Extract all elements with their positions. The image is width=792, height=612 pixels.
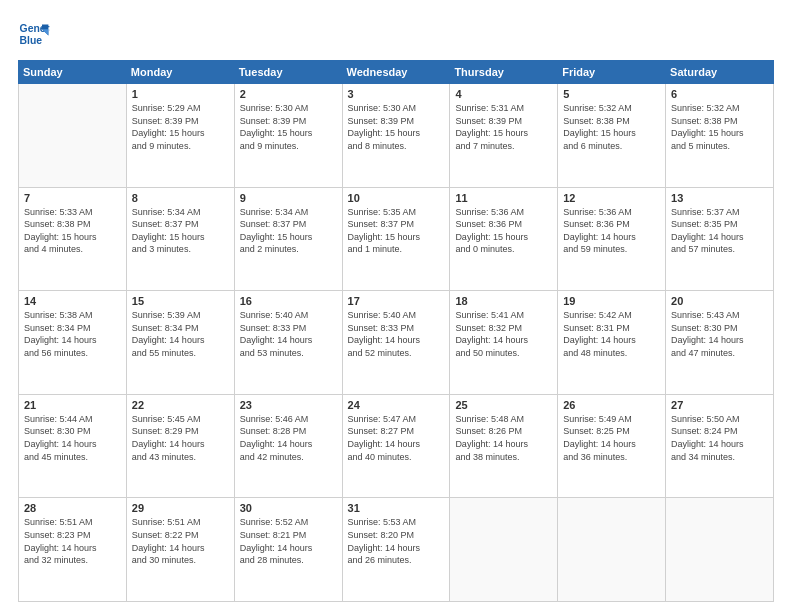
calendar-header-row: SundayMondayTuesdayWednesdayThursdayFrid… [19, 61, 774, 84]
calendar-cell: 30Sunrise: 5:52 AM Sunset: 8:21 PM Dayli… [234, 498, 342, 602]
calendar-cell: 8Sunrise: 5:34 AM Sunset: 8:37 PM Daylig… [126, 187, 234, 291]
day-info: Sunrise: 5:43 AM Sunset: 8:30 PM Dayligh… [671, 309, 768, 359]
day-number: 26 [563, 399, 660, 411]
header-wednesday: Wednesday [342, 61, 450, 84]
day-info: Sunrise: 5:50 AM Sunset: 8:24 PM Dayligh… [671, 413, 768, 463]
logo: General Blue [18, 18, 50, 50]
calendar-cell: 25Sunrise: 5:48 AM Sunset: 8:26 PM Dayli… [450, 394, 558, 498]
calendar-cell: 7Sunrise: 5:33 AM Sunset: 8:38 PM Daylig… [19, 187, 127, 291]
day-number: 5 [563, 88, 660, 100]
day-info: Sunrise: 5:46 AM Sunset: 8:28 PM Dayligh… [240, 413, 337, 463]
calendar-cell: 18Sunrise: 5:41 AM Sunset: 8:32 PM Dayli… [450, 291, 558, 395]
calendar-cell: 13Sunrise: 5:37 AM Sunset: 8:35 PM Dayli… [666, 187, 774, 291]
day-info: Sunrise: 5:45 AM Sunset: 8:29 PM Dayligh… [132, 413, 229, 463]
day-info: Sunrise: 5:41 AM Sunset: 8:32 PM Dayligh… [455, 309, 552, 359]
calendar-cell: 20Sunrise: 5:43 AM Sunset: 8:30 PM Dayli… [666, 291, 774, 395]
day-info: Sunrise: 5:49 AM Sunset: 8:25 PM Dayligh… [563, 413, 660, 463]
calendar-cell: 27Sunrise: 5:50 AM Sunset: 8:24 PM Dayli… [666, 394, 774, 498]
day-number: 19 [563, 295, 660, 307]
calendar-cell: 1Sunrise: 5:29 AM Sunset: 8:39 PM Daylig… [126, 84, 234, 188]
calendar-week-1: 1Sunrise: 5:29 AM Sunset: 8:39 PM Daylig… [19, 84, 774, 188]
calendar-cell: 6Sunrise: 5:32 AM Sunset: 8:38 PM Daylig… [666, 84, 774, 188]
day-info: Sunrise: 5:51 AM Sunset: 8:23 PM Dayligh… [24, 516, 121, 566]
page-header: General Blue [18, 18, 774, 50]
day-info: Sunrise: 5:34 AM Sunset: 8:37 PM Dayligh… [132, 206, 229, 256]
calendar-cell: 10Sunrise: 5:35 AM Sunset: 8:37 PM Dayli… [342, 187, 450, 291]
day-number: 28 [24, 502, 121, 514]
calendar-cell: 3Sunrise: 5:30 AM Sunset: 8:39 PM Daylig… [342, 84, 450, 188]
header-friday: Friday [558, 61, 666, 84]
calendar-cell: 19Sunrise: 5:42 AM Sunset: 8:31 PM Dayli… [558, 291, 666, 395]
day-number: 8 [132, 192, 229, 204]
calendar-table: SundayMondayTuesdayWednesdayThursdayFrid… [18, 60, 774, 602]
day-number: 24 [348, 399, 445, 411]
day-info: Sunrise: 5:42 AM Sunset: 8:31 PM Dayligh… [563, 309, 660, 359]
calendar-cell: 9Sunrise: 5:34 AM Sunset: 8:37 PM Daylig… [234, 187, 342, 291]
day-info: Sunrise: 5:29 AM Sunset: 8:39 PM Dayligh… [132, 102, 229, 152]
day-info: Sunrise: 5:36 AM Sunset: 8:36 PM Dayligh… [455, 206, 552, 256]
day-number: 23 [240, 399, 337, 411]
day-number: 30 [240, 502, 337, 514]
calendar-week-4: 21Sunrise: 5:44 AM Sunset: 8:30 PM Dayli… [19, 394, 774, 498]
calendar-cell: 29Sunrise: 5:51 AM Sunset: 8:22 PM Dayli… [126, 498, 234, 602]
day-number: 3 [348, 88, 445, 100]
day-info: Sunrise: 5:40 AM Sunset: 8:33 PM Dayligh… [240, 309, 337, 359]
calendar-cell [558, 498, 666, 602]
day-info: Sunrise: 5:30 AM Sunset: 8:39 PM Dayligh… [348, 102, 445, 152]
calendar-cell: 26Sunrise: 5:49 AM Sunset: 8:25 PM Dayli… [558, 394, 666, 498]
day-number: 20 [671, 295, 768, 307]
day-info: Sunrise: 5:47 AM Sunset: 8:27 PM Dayligh… [348, 413, 445, 463]
header-saturday: Saturday [666, 61, 774, 84]
day-number: 29 [132, 502, 229, 514]
day-info: Sunrise: 5:37 AM Sunset: 8:35 PM Dayligh… [671, 206, 768, 256]
day-number: 17 [348, 295, 445, 307]
calendar-cell: 17Sunrise: 5:40 AM Sunset: 8:33 PM Dayli… [342, 291, 450, 395]
day-number: 1 [132, 88, 229, 100]
calendar-cell: 22Sunrise: 5:45 AM Sunset: 8:29 PM Dayli… [126, 394, 234, 498]
calendar-week-3: 14Sunrise: 5:38 AM Sunset: 8:34 PM Dayli… [19, 291, 774, 395]
calendar-cell: 28Sunrise: 5:51 AM Sunset: 8:23 PM Dayli… [19, 498, 127, 602]
day-number: 15 [132, 295, 229, 307]
day-info: Sunrise: 5:34 AM Sunset: 8:37 PM Dayligh… [240, 206, 337, 256]
day-info: Sunrise: 5:39 AM Sunset: 8:34 PM Dayligh… [132, 309, 229, 359]
day-info: Sunrise: 5:31 AM Sunset: 8:39 PM Dayligh… [455, 102, 552, 152]
day-info: Sunrise: 5:53 AM Sunset: 8:20 PM Dayligh… [348, 516, 445, 566]
day-info: Sunrise: 5:36 AM Sunset: 8:36 PM Dayligh… [563, 206, 660, 256]
svg-text:Blue: Blue [20, 35, 43, 46]
calendar-cell: 11Sunrise: 5:36 AM Sunset: 8:36 PM Dayli… [450, 187, 558, 291]
calendar-cell [19, 84, 127, 188]
header-monday: Monday [126, 61, 234, 84]
day-info: Sunrise: 5:35 AM Sunset: 8:37 PM Dayligh… [348, 206, 445, 256]
day-number: 31 [348, 502, 445, 514]
day-number: 2 [240, 88, 337, 100]
day-number: 25 [455, 399, 552, 411]
header-sunday: Sunday [19, 61, 127, 84]
calendar-cell [450, 498, 558, 602]
day-number: 9 [240, 192, 337, 204]
calendar-cell [666, 498, 774, 602]
day-info: Sunrise: 5:33 AM Sunset: 8:38 PM Dayligh… [24, 206, 121, 256]
day-info: Sunrise: 5:38 AM Sunset: 8:34 PM Dayligh… [24, 309, 121, 359]
calendar-cell: 2Sunrise: 5:30 AM Sunset: 8:39 PM Daylig… [234, 84, 342, 188]
calendar-cell: 24Sunrise: 5:47 AM Sunset: 8:27 PM Dayli… [342, 394, 450, 498]
day-info: Sunrise: 5:48 AM Sunset: 8:26 PM Dayligh… [455, 413, 552, 463]
calendar-week-2: 7Sunrise: 5:33 AM Sunset: 8:38 PM Daylig… [19, 187, 774, 291]
day-number: 13 [671, 192, 768, 204]
day-number: 11 [455, 192, 552, 204]
day-number: 27 [671, 399, 768, 411]
calendar-cell: 5Sunrise: 5:32 AM Sunset: 8:38 PM Daylig… [558, 84, 666, 188]
day-number: 22 [132, 399, 229, 411]
day-number: 10 [348, 192, 445, 204]
day-info: Sunrise: 5:32 AM Sunset: 8:38 PM Dayligh… [563, 102, 660, 152]
day-info: Sunrise: 5:51 AM Sunset: 8:22 PM Dayligh… [132, 516, 229, 566]
day-number: 14 [24, 295, 121, 307]
day-info: Sunrise: 5:32 AM Sunset: 8:38 PM Dayligh… [671, 102, 768, 152]
day-info: Sunrise: 5:40 AM Sunset: 8:33 PM Dayligh… [348, 309, 445, 359]
day-number: 6 [671, 88, 768, 100]
day-info: Sunrise: 5:30 AM Sunset: 8:39 PM Dayligh… [240, 102, 337, 152]
calendar-cell: 16Sunrise: 5:40 AM Sunset: 8:33 PM Dayli… [234, 291, 342, 395]
calendar-cell: 14Sunrise: 5:38 AM Sunset: 8:34 PM Dayli… [19, 291, 127, 395]
calendar-cell: 21Sunrise: 5:44 AM Sunset: 8:30 PM Dayli… [19, 394, 127, 498]
calendar-cell: 31Sunrise: 5:53 AM Sunset: 8:20 PM Dayli… [342, 498, 450, 602]
day-number: 12 [563, 192, 660, 204]
